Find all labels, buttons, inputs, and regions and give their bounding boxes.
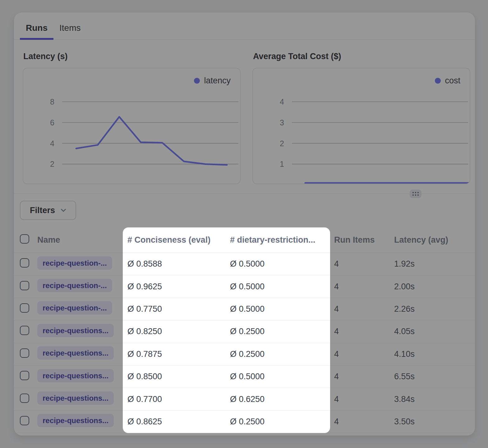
latency-chart-section: Latency (s) 8642 latency [23,51,241,184]
row-checkbox[interactable] [20,394,29,403]
latency-avg-value: 1.92s [394,259,475,269]
row-name-cell: recipe-questions... [37,346,123,362]
header-run-items[interactable]: Run Items [330,235,394,245]
run-name-badge[interactable]: recipe-question-... [37,256,112,270]
row-name-cell: recipe-question-... [37,256,123,272]
latency-legend: latency [194,76,231,86]
table-row[interactable]: recipe-questions... Ø 0.8500 Ø 0.5000 4 … [14,366,475,388]
conciseness-value: Ø 0.7875 [123,349,229,359]
runs-table: Name # Conciseness (eval) # dietary-rest… [14,227,475,433]
conciseness-value: Ø 0.9625 [123,282,229,292]
tab-runs[interactable]: Runs [20,17,53,39]
table-header: Name # Conciseness (eval) # dietary-rest… [14,227,475,253]
dietary-restriction-value: Ø 0.2500 [229,417,330,427]
row-checkbox-cell [20,416,37,427]
row-checkbox[interactable] [20,416,29,425]
latency-avg-value: 3.50s [394,417,475,427]
run-name-badge[interactable]: recipe-questions... [37,324,114,337]
run-items-value: 4 [330,417,394,427]
resize-drag-handle[interactable] [410,189,421,198]
header-latency-avg[interactable]: Latency (avg) [394,235,475,245]
run-items-value: 4 [330,304,394,314]
table-row[interactable]: recipe-questions... Ø 0.7700 Ø 0.6250 4 … [14,388,475,410]
runs-panel: Runs Items Latency (s) 8642 latency Aver… [14,12,475,436]
latency-legend-dot-icon [194,78,200,84]
select-all-checkbox[interactable] [20,234,29,244]
latency-chart: 8642 latency [23,68,241,184]
grip-dots-icon [412,192,419,196]
dietary-restriction-value: Ø 0.2500 [229,327,330,336]
svg-text:1: 1 [280,160,284,168]
row-checkbox[interactable] [20,258,29,268]
screen: Runs Items Latency (s) 8642 latency Aver… [0,0,488,448]
table-row[interactable]: recipe-question-... Ø 0.9625 Ø 0.5000 4 … [14,275,475,298]
run-name-badge[interactable]: recipe-questions... [37,414,114,427]
row-checkbox[interactable] [20,281,29,290]
header-dietary-restriction[interactable]: # dietary-restriction... [229,235,330,245]
chevron-down-icon [59,206,67,214]
conciseness-value: Ø 0.7750 [123,304,229,314]
dietary-restriction-value: Ø 0.5000 [229,372,330,381]
table-row[interactable]: recipe-questions... Ø 0.8250 Ø 0.2500 4 … [14,320,475,343]
cost-chart-title: Average Total Cost ($) [253,51,470,61]
svg-text:2: 2 [50,160,54,168]
charts-row: Latency (s) 8642 latency Average Total C… [23,51,470,184]
row-name-cell: recipe-question-... [37,301,123,317]
filters-button[interactable]: Filters [20,201,76,220]
svg-text:6: 6 [50,118,54,127]
cost-legend-label: cost [445,76,460,86]
table-row[interactable]: recipe-questions... Ø 0.8625 Ø 0.2500 4 … [14,411,475,433]
run-name-badge[interactable]: recipe-questions... [37,369,114,382]
run-items-value: 4 [330,259,394,269]
row-checkbox-cell [20,371,37,382]
latency-avg-value: 2.26s [394,304,475,314]
table-body: recipe-question-... Ø 0.8588 Ø 0.5000 4 … [14,253,475,433]
run-items-value: 4 [330,372,394,381]
conciseness-value: Ø 0.7700 [123,394,229,404]
conciseness-value: Ø 0.8588 [123,259,229,269]
tab-items[interactable]: Items [53,17,86,39]
cost-legend: cost [435,76,460,86]
row-checkbox[interactable] [20,348,29,358]
row-checkbox-cell [20,258,37,270]
row-checkbox[interactable] [20,303,29,313]
dietary-restriction-value: Ø 0.5000 [229,282,330,292]
row-checkbox-cell [20,394,37,405]
latency-avg-value: 4.05s [394,327,475,336]
latency-avg-value: 2.00s [394,282,475,292]
row-checkbox-cell [20,348,37,360]
row-checkbox-cell [20,326,37,337]
header-conciseness[interactable]: # Conciseness (eval) [123,235,229,245]
header-name[interactable]: Name [37,235,123,245]
row-name-cell: recipe-questions... [37,391,123,407]
svg-text:3: 3 [280,118,284,127]
latency-avg-value: 6.55s [394,372,475,381]
row-name-cell: recipe-questions... [37,369,123,385]
conciseness-value: Ø 0.8250 [123,327,229,336]
filters-row: Filters [20,201,76,220]
header-checkbox-cell [20,234,37,246]
run-items-value: 4 [330,349,394,359]
latency-avg-value: 4.10s [394,349,475,359]
run-items-value: 4 [330,282,394,292]
row-checkbox[interactable] [20,326,29,335]
filters-button-label: Filters [30,206,55,215]
run-name-badge[interactable]: recipe-questions... [37,391,114,405]
run-name-badge[interactable]: recipe-question-... [37,301,112,315]
run-name-badge[interactable]: recipe-questions... [37,346,114,360]
dietary-restriction-value: Ø 0.6250 [229,394,330,404]
table-row[interactable]: recipe-question-... Ø 0.7750 Ø 0.5000 4 … [14,298,475,320]
cost-chart-section: Average Total Cost ($) 4321 cost [252,51,470,184]
run-name-badge[interactable]: recipe-question-... [37,279,112,292]
latency-line-plot: 8642 [23,68,239,184]
tab-bar: Runs Items [14,12,475,40]
cost-line-plot: 4321 [253,68,469,184]
table-row[interactable]: recipe-questions... Ø 0.7875 Ø 0.2500 4 … [14,343,475,366]
dietary-restriction-value: Ø 0.5000 [229,259,330,269]
row-checkbox[interactable] [20,371,29,380]
conciseness-value: Ø 0.8625 [123,417,229,427]
row-checkbox-cell [20,303,37,315]
dietary-restriction-value: Ø 0.5000 [229,304,330,314]
row-name-cell: recipe-questions... [37,414,123,429]
table-row[interactable]: recipe-question-... Ø 0.8588 Ø 0.5000 4 … [14,253,475,275]
